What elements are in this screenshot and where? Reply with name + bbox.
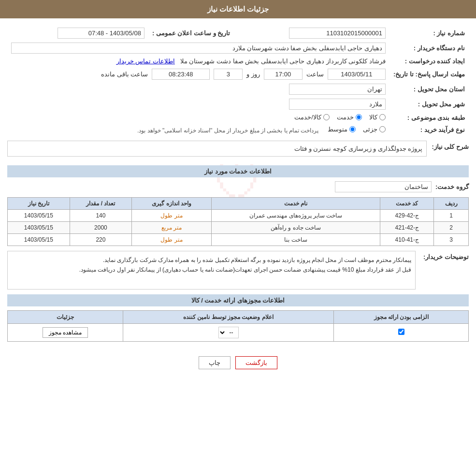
contact-info-link[interactable]: اطلاعات تماس خریدار xyxy=(116,58,175,65)
nove-radio-motavasset[interactable]: متوسط xyxy=(328,126,356,133)
table-row: 3 ج-41-410 ساخت بنا متر طول 220 1403/05/… xyxy=(8,234,469,246)
nam-dastgah-label: نام دستگاه خریدار : xyxy=(389,41,469,56)
radio-khadamat-label: خدمت xyxy=(337,114,354,121)
col-elzami: الزامی بودن ارائه مجوز xyxy=(334,311,469,324)
mohlat-label: مهلت ارسال پاسخ: تا تاریخ: xyxy=(389,67,469,82)
sharh-label: شرح کلی نیاز: xyxy=(432,141,469,160)
tarikh-elan-value: 1403/05/08 - 07:48 xyxy=(7,26,148,41)
cell-tedad: 2000 xyxy=(70,222,132,234)
col-name: نام خدمت xyxy=(211,198,380,210)
page-title: جزئیات اطلاعات نیاز xyxy=(207,5,269,13)
days-label: روز و xyxy=(246,71,260,78)
print-button[interactable]: چاپ xyxy=(199,356,231,369)
sharh-value: پروژه جدولگذاری و زیرسازی کوچه نسترن و ف… xyxy=(294,145,422,152)
time-label: ساعت xyxy=(306,71,324,78)
licenses-table: الزامی بودن ارائه مجوز اعلام وضعیت مجوز … xyxy=(7,310,469,342)
sharh-section: شرح کلی نیاز: پروژه جدولگذاری و زیرسازی … xyxy=(7,141,469,160)
nove-farayand-label: نوع فرآیند خرید : xyxy=(389,124,469,136)
page-wrapper: جزئیات اطلاعات نیاز 🛡 شماره نیاز : 11031… xyxy=(0,0,476,449)
page-header: جزئیات اطلاعات نیاز xyxy=(0,0,476,18)
gorohe-khadamat-input: ساختمان xyxy=(335,181,432,192)
col-joziyat: جزئیات xyxy=(8,311,123,324)
days-input: 3 xyxy=(214,69,243,80)
gorohe-khadamat-row: گروه خدمت: ساختمان xyxy=(7,181,469,192)
view-license-button[interactable]: مشاهده مجوز xyxy=(43,327,88,338)
cell-radif: 3 xyxy=(434,234,469,246)
col-radif: ردیف xyxy=(434,198,469,210)
tabaghe-value: کالا خدمت کالا/خدمت xyxy=(7,112,389,124)
cell-name: ساخت بنا xyxy=(211,234,380,246)
cell-radif: 1 xyxy=(434,210,469,222)
tozihat-value: پیمانکار محترم موظف است از محل انجام پرو… xyxy=(79,257,411,273)
col-kod: کد خدمت xyxy=(380,198,434,210)
tozihat-label: توضیحات خریدار: xyxy=(420,251,469,290)
nove-radio-jozei[interactable]: جزئی xyxy=(363,126,386,133)
info-table: شماره نیاز : 1103102015000001 تاریخ و سا… xyxy=(7,26,469,136)
table-row: 2 ج-42-421 ساخت جاده و راه‌آهن متر مربع … xyxy=(8,222,469,234)
ostan-label: استان محل تحویل : xyxy=(389,82,469,97)
cell-kod: ج-41-410 xyxy=(380,234,434,246)
cell-vahed: متر طول xyxy=(132,210,212,222)
cell-tarikh: 1403/05/15 xyxy=(8,210,70,222)
radio-kala-label: کالا xyxy=(369,114,377,121)
tabaghe-radio-khadamat[interactable]: خدمت xyxy=(337,114,362,121)
cell-kod: ج-42-421 xyxy=(380,222,434,234)
joziyat-cell: مشاهده مجوز xyxy=(8,324,123,342)
tozihat-value-box: پیمانکار محترم موظف است از محل انجام پرو… xyxy=(7,251,416,290)
col-vaziat: اعلام وضعیت مجوز توسط نامین کننده xyxy=(123,311,334,324)
gorohe-khadamat-label: گروه خدمت: xyxy=(435,183,469,190)
mohlat-value: 1403/05/11 ساعت 17:00 روز و 3 08:23:48 س… xyxy=(7,67,389,82)
radio-jozei-label: جزئی xyxy=(363,126,377,133)
nam-dastgah-input: دهیاری حاجی ایابدسفلی بخش صفا دشت شهرستا… xyxy=(11,43,386,54)
cell-name: ساخت جاده و راه‌آهن xyxy=(211,222,380,234)
shomare-niaz-value: 1103102015000001 xyxy=(234,26,389,41)
nam-dastgah-value: دهیاری حاجی ایابدسفلی بخش صفا دشت شهرستا… xyxy=(7,41,389,56)
tozihat-section: توضیحات خریدار: پیمانکار محترم موظف است … xyxy=(7,251,469,290)
license-row: -- مشاهده مجوز xyxy=(8,324,469,342)
ejad-konande-value: فرشاد کلکونی کاربرداز دهیاری حاجی ایابدس… xyxy=(7,56,389,67)
content-over-watermark: شماره نیاز : 1103102015000001 تاریخ و سا… xyxy=(7,26,469,342)
radio-kala[interactable] xyxy=(379,114,386,120)
col-tedad: تعداد / مقدار xyxy=(70,198,132,210)
services-table: ردیف کد خدمت نام خدمت واحد اندازه گیری ت… xyxy=(7,197,469,246)
ostan-value: تهران xyxy=(7,82,389,97)
cell-tedad: 140 xyxy=(70,210,132,222)
cell-tedad: 220 xyxy=(70,234,132,246)
cell-kod: ج-42-429 xyxy=(380,210,434,222)
shahr-label: شهر محل تحویل : xyxy=(389,97,469,112)
tarikh-elan-label: تاریخ و ساعت اعلان عمومی : xyxy=(148,26,234,41)
remaining-label: ساعت باقی مانده xyxy=(101,71,148,78)
bottom-buttons: بازگشت چاپ xyxy=(0,349,476,377)
shahr-input: ملارد xyxy=(289,99,386,110)
date-input: 1403/05/11 xyxy=(328,69,386,80)
tarikh-elan-input: 1403/05/08 - 07:48 xyxy=(58,28,144,39)
elzami-cell xyxy=(334,324,469,342)
radio-jozei[interactable] xyxy=(379,126,386,132)
vaziat-select[interactable]: -- xyxy=(218,327,239,338)
radio-motavasset[interactable] xyxy=(349,126,356,132)
khadamat-section-title: اطلاعات خدمات مورد نیاز xyxy=(7,165,469,177)
main-content: 🛡 شماره نیاز : 1103102015000001 تاریخ و … xyxy=(0,18,476,349)
vaziat-cell: -- xyxy=(123,324,334,342)
sharh-input-container: پروژه جدولگذاری و زیرسازی کوچه نسترن و ف… xyxy=(7,141,427,160)
date-time-row: 1403/05/11 ساعت 17:00 روز و 3 08:23:48 س… xyxy=(11,69,386,80)
tabaghe-radio-group: کالا خدمت کالا/خدمت xyxy=(294,114,386,121)
cell-vahed: متر طول xyxy=(132,234,212,246)
radio-kala-khadamat[interactable] xyxy=(323,114,330,120)
elzami-checkbox[interactable] xyxy=(398,329,404,335)
cell-radif: 2 xyxy=(434,222,469,234)
mojozha-section-title: اطلاعات مجوزهای ارائه خدمت / کالا xyxy=(7,294,469,306)
tabaghe-label: طبقه بندی موضوعی : xyxy=(389,112,469,124)
tabaghe-radio-kala[interactable]: کالا xyxy=(369,114,386,121)
shomare-niaz-input: 1103102015000001 xyxy=(289,28,386,39)
cell-vahed: متر مربع xyxy=(132,222,212,234)
radio-kala-khadamat-label: کالا/خدمت xyxy=(294,114,321,121)
nove-radio-group: جزئی متوسط xyxy=(328,126,386,133)
table-row: 1 ج-42-429 ساخت سایر پروژه‌های مهندسی عم… xyxy=(8,210,469,222)
ejad-konande-label: ایجاد کننده درخواست : xyxy=(389,56,469,67)
back-button[interactable]: بازگشت xyxy=(235,356,277,369)
radio-motavasset-label: متوسط xyxy=(328,126,347,133)
cell-name: ساخت سایر پروژه‌های مهندسی عمران xyxy=(211,210,380,222)
tabaghe-radio-kala-khadamat[interactable]: کالا/خدمت xyxy=(294,114,330,121)
radio-khadamat[interactable] xyxy=(356,114,362,120)
